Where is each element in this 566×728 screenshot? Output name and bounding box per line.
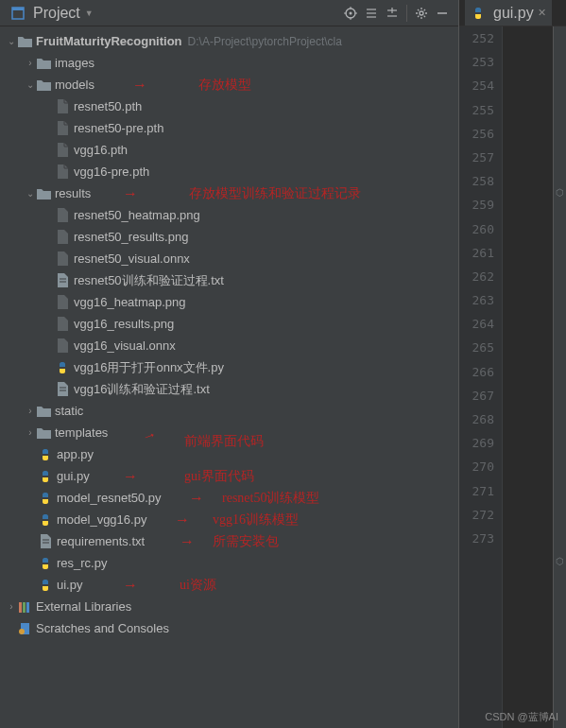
- file-gui[interactable]: gui.py → gui界面代码: [0, 465, 458, 487]
- close-icon[interactable]: ✕: [538, 7, 546, 19]
- line-number: 264: [459, 312, 502, 336]
- external-libraries[interactable]: › External Libraries: [0, 596, 458, 617]
- tab-label: gui.py: [493, 5, 534, 22]
- folder-models[interactable]: ⌄ models → 存放模型: [0, 74, 458, 95]
- editor-content[interactable]: [503, 26, 553, 728]
- root-name: FruitMaturityRecognition: [36, 34, 182, 48]
- line-number: 258: [459, 169, 502, 193]
- file-item[interactable]: resnet50-pre.pth: [0, 117, 458, 139]
- line-number: 257: [459, 146, 502, 169]
- folder-results[interactable]: ⌄ results → 存放模型训练和验证过程记录: [0, 182, 458, 204]
- folder-static[interactable]: › static: [0, 400, 458, 422]
- chevron-down-icon: ⌄: [25, 188, 36, 199]
- editor-tab[interactable]: gui.py ✕: [465, 0, 552, 26]
- chevron-down-icon: ▼: [85, 9, 94, 18]
- project-dropdown-label: Project: [33, 5, 80, 22]
- file-model-resnet50[interactable]: model_resnet50.py → resnet50训练模型: [0, 487, 458, 509]
- file-item[interactable]: vgg16_heatmap.png: [0, 291, 458, 313]
- line-number: 269: [459, 431, 502, 455]
- hide-button[interactable]: [432, 3, 453, 24]
- line-number: 252: [459, 26, 502, 50]
- python-file-icon: [38, 512, 53, 528]
- line-number: 270: [459, 455, 502, 478]
- annotation-text: resnet50训练模型: [222, 490, 319, 507]
- scrollbar-edge[interactable]: ⬡ ⬡: [553, 26, 566, 728]
- project-panel: Project ▼ ⌄ FruitMaturityRecognition D:\…: [0, 0, 458, 728]
- chevron-right-icon: ›: [6, 601, 17, 612]
- line-number: 265: [459, 336, 502, 359]
- file-item[interactable]: resnet50.pth: [0, 95, 458, 117]
- annotation-arrow: →: [123, 468, 138, 485]
- svg-rect-24: [26, 602, 29, 613]
- svg-point-3: [350, 11, 352, 14]
- annotation-text: 存放模型: [198, 77, 251, 94]
- annotation-arrow: →: [123, 185, 138, 202]
- line-number: 255: [459, 98, 502, 122]
- library-icon: [17, 599, 32, 615]
- folder-images[interactable]: › images: [0, 52, 458, 74]
- folder-templates[interactable]: › templates → 前端界面代码: [0, 422, 458, 443]
- line-number: 256: [459, 122, 502, 146]
- file-ui[interactable]: ui.py → ui资源: [0, 574, 458, 596]
- marker-icon: ⬡: [556, 556, 564, 566]
- file-item[interactable]: resnet50训练和验证过程.txt: [0, 269, 458, 291]
- project-toolbar: Project ▼: [0, 0, 458, 26]
- file-item[interactable]: vgg16-pre.pth: [0, 161, 458, 182]
- line-number: 262: [459, 265, 502, 288]
- file-item[interactable]: vgg16用于打开onnx文件.py: [0, 356, 458, 378]
- separator: [406, 5, 407, 22]
- folder-icon: [36, 404, 51, 419]
- line-number: 266: [459, 360, 502, 384]
- project-dropdown[interactable]: Project ▼: [6, 3, 99, 24]
- python-file-icon: [471, 6, 486, 21]
- expand-all-button[interactable]: [361, 3, 382, 24]
- python-file-icon: [38, 556, 53, 571]
- project-icon: [11, 7, 25, 20]
- text-file-icon: [55, 382, 70, 397]
- gutter: 252 253 254 255 256 257 258 259 260 261 …: [459, 26, 503, 728]
- file-item[interactable]: resnet50_visual.onnx: [0, 248, 458, 269]
- line-number: 268: [459, 407, 502, 431]
- line-number: 272: [459, 503, 502, 527]
- line-number: 267: [459, 384, 502, 407]
- python-file-icon: [38, 447, 53, 462]
- line-number: 273: [459, 527, 502, 550]
- file-res-rc[interactable]: res_rc.py: [0, 552, 458, 574]
- file-icon: [55, 143, 70, 158]
- editor-tabbar: gui.py ✕: [459, 0, 566, 26]
- code-area[interactable]: 252 253 254 255 256 257 258 259 260 261 …: [459, 26, 566, 728]
- annotation-arrow: →: [123, 577, 138, 594]
- folder-icon: [17, 34, 32, 49]
- python-file-icon: [38, 491, 53, 506]
- annotation-text: ui资源: [180, 577, 216, 594]
- file-item[interactable]: vgg16_visual.onnx: [0, 335, 458, 356]
- file-item[interactable]: resnet50_heatmap.png: [0, 204, 458, 226]
- file-item[interactable]: vgg16_results.png: [0, 313, 458, 335]
- file-item[interactable]: resnet50_results.png: [0, 226, 458, 248]
- tree-root[interactable]: ⌄ FruitMaturityRecognition D:\A-Project\…: [0, 30, 458, 52]
- scratches[interactable]: Scratches and Consoles: [0, 617, 458, 639]
- folder-icon: [36, 78, 51, 93]
- line-number: 261: [459, 241, 502, 265]
- locate-button[interactable]: [340, 3, 361, 24]
- collapse-all-button[interactable]: [382, 3, 403, 24]
- text-file-icon: [55, 273, 70, 288]
- annotation-arrow: →: [132, 77, 147, 94]
- file-model-vgg16[interactable]: model_vgg16.py → vgg16训练模型: [0, 509, 458, 530]
- chevron-down-icon: ⌄: [25, 79, 36, 90]
- chevron-right-icon: ›: [25, 58, 36, 68]
- text-file-icon: [38, 534, 53, 549]
- marker-icon: ⬡: [556, 187, 564, 198]
- settings-button[interactable]: [411, 3, 432, 24]
- file-item[interactable]: vgg16.pth: [0, 139, 458, 161]
- file-requirements[interactable]: requirements.txt → 所需安装包: [0, 530, 458, 552]
- project-tree[interactable]: ⌄ FruitMaturityRecognition D:\A-Project\…: [0, 26, 458, 728]
- file-icon: [55, 165, 70, 180]
- file-app[interactable]: app.py: [0, 443, 458, 465]
- line-number: 253: [459, 50, 502, 74]
- file-item[interactable]: vgg16训练和验证过程.txt: [0, 378, 458, 400]
- editor-panel: gui.py ✕ 252 253 254 255 256 257 258 259…: [458, 0, 566, 728]
- annotation-arrow: →: [180, 533, 195, 550]
- svg-point-14: [420, 11, 423, 15]
- line-number: 254: [459, 74, 502, 97]
